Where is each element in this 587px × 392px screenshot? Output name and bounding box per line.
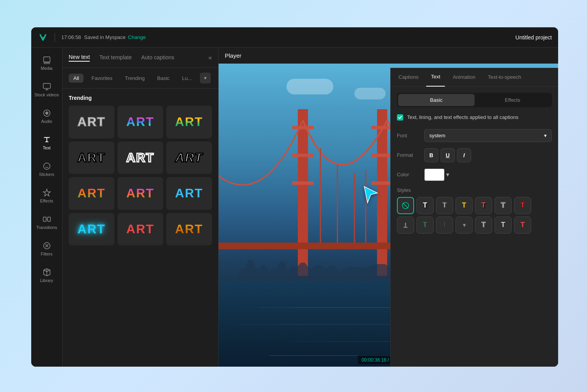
sidebar: Media Stock videos Audio Text Stickers E…: [31, 48, 62, 367]
app-window: 17:06:58 Saved in Myspace Change Untitle…: [31, 27, 558, 367]
tab-text-template[interactable]: Text template: [99, 54, 132, 61]
filter-basic[interactable]: Basic: [153, 74, 174, 83]
art-item-5[interactable]: ART: [117, 142, 163, 174]
art-item-11[interactable]: ART: [117, 213, 163, 246]
style-red[interactable]: T: [514, 197, 531, 214]
filter-all[interactable]: All: [69, 74, 84, 83]
font-select[interactable]: system ▾: [424, 129, 552, 142]
svg-rect-1: [43, 57, 50, 62]
header-time: 17:06:58: [61, 34, 81, 40]
font-control: system ▾: [424, 129, 552, 142]
color-dropdown-icon[interactable]: ▾: [446, 171, 449, 178]
art-item-10[interactable]: ART: [69, 213, 114, 246]
style-yellow[interactable]: T: [455, 197, 473, 214]
tab-captions[interactable]: Captions: [394, 68, 423, 87]
apply-all-row: Text, lining, and text effects applied t…: [397, 114, 552, 121]
svg-rect-2: [43, 83, 50, 89]
header-divider: [55, 33, 55, 42]
style-none[interactable]: [397, 197, 414, 214]
styles-grid-row1: T T T T T T: [397, 197, 552, 214]
style-r2-6[interactable]: T: [495, 216, 512, 234]
sidebar-item-stickers[interactable]: Stickers: [33, 157, 61, 182]
art-item-1[interactable]: ART: [69, 106, 114, 138]
collapse-panel-icon[interactable]: «: [208, 54, 212, 61]
styles-section: Styles T T T T T T: [397, 187, 552, 234]
art-item-3[interactable]: ART: [166, 106, 212, 138]
format-label: Format: [397, 152, 424, 158]
color-swatch[interactable]: [424, 169, 445, 181]
format-buttons: B U I: [424, 148, 471, 162]
tab-auto-captions[interactable]: Auto captions: [141, 54, 174, 61]
format-underline-button[interactable]: U: [441, 148, 455, 162]
style-r2-2[interactable]: T: [416, 216, 434, 234]
sidebar-item-effects[interactable]: Effects: [33, 183, 61, 208]
art-grid: ART ART ART ART ART ART: [69, 106, 212, 245]
header-bar: 17:06:58 Saved in Myspace Change Untitle…: [31, 27, 558, 48]
svg-rect-13: [292, 181, 314, 185]
style-r2-1[interactable]: T: [397, 216, 414, 234]
sidebar-item-audio[interactable]: Audio: [33, 104, 61, 129]
props-panel: Captions Text Animation Text-to-speech B…: [390, 68, 558, 367]
style-stroke[interactable]: T: [495, 197, 512, 214]
art-item-8[interactable]: ART: [117, 177, 163, 210]
svg-point-5: [43, 163, 50, 170]
filter-dropdown-btn[interactable]: ▾: [200, 73, 211, 83]
sidebar-item-transitions[interactable]: Transitions: [33, 210, 61, 235]
style-r2-7[interactable]: T: [514, 216, 531, 234]
style-outline[interactable]: T: [436, 197, 453, 214]
tab-text[interactable]: Text: [426, 68, 445, 87]
tab-animation[interactable]: Animation: [448, 68, 480, 87]
svg-rect-15: [372, 154, 393, 157]
panel-tabs: New text Text template Auto captions «: [62, 48, 218, 68]
sidebar-item-library[interactable]: Library: [33, 263, 61, 288]
section-title-trending: Trending: [69, 95, 212, 101]
svg-rect-9: [298, 109, 308, 276]
art-item-4[interactable]: ART: [69, 142, 114, 174]
toggle-effects[interactable]: Effects: [475, 94, 551, 106]
project-title: Untitled project: [516, 34, 552, 41]
font-row: Font system ▾: [397, 129, 552, 142]
color-label: Color: [397, 172, 424, 177]
art-item-6[interactable]: ART: [166, 142, 212, 174]
format-bold-button[interactable]: B: [424, 148, 438, 162]
tab-tts[interactable]: Text-to-speech: [483, 68, 526, 87]
styles-grid-row2: T T T ▾ T T T: [397, 216, 552, 234]
app-logo: [37, 32, 48, 43]
art-item-12[interactable]: ART: [166, 213, 212, 246]
svg-marker-22: [365, 186, 377, 203]
sidebar-item-media[interactable]: Media: [33, 51, 61, 76]
svg-rect-6: [43, 217, 46, 222]
style-red-shadow[interactable]: T: [475, 197, 492, 214]
style-r2-3[interactable]: T: [436, 216, 453, 234]
style-r2-5[interactable]: T: [475, 216, 492, 234]
sidebar-item-filters[interactable]: Filters: [33, 236, 61, 261]
header-change-link[interactable]: Change: [128, 34, 146, 40]
svg-rect-16: [372, 181, 393, 185]
format-row: Format B U I: [397, 148, 552, 162]
svg-line-24: [403, 203, 408, 208]
player-area: Player: [219, 48, 558, 367]
svg-rect-11: [292, 126, 314, 129]
styles-label: Styles: [397, 187, 552, 193]
filter-trending[interactable]: Trending: [120, 74, 149, 83]
filter-lu[interactable]: Lu...: [178, 74, 197, 83]
svg-rect-12: [292, 154, 314, 157]
color-control: ▾: [424, 169, 449, 181]
apply-all-checkbox[interactable]: [397, 114, 403, 121]
filter-favorites[interactable]: Favorites: [87, 74, 117, 83]
tab-new-text[interactable]: New text: [69, 54, 90, 62]
sidebar-item-text[interactable]: Text: [33, 130, 61, 155]
style-shadow[interactable]: T: [416, 197, 434, 214]
chevron-down-icon: ▾: [544, 133, 547, 138]
sidebar-item-stock[interactable]: Stock videos: [33, 77, 61, 102]
art-item-7[interactable]: ART: [69, 177, 114, 210]
header-saved: Saved in Myspace: [84, 34, 126, 40]
player-title: Player: [219, 48, 558, 64]
color-row: Color ▾: [397, 169, 552, 181]
apply-all-label: Text, lining, and text effects applied t…: [407, 114, 518, 121]
art-item-9[interactable]: ART: [166, 177, 212, 210]
format-italic-button[interactable]: I: [457, 148, 471, 162]
art-item-2[interactable]: ART: [117, 106, 163, 138]
toggle-basic[interactable]: Basic: [398, 94, 475, 106]
style-r2-4[interactable]: ▾: [455, 216, 473, 234]
